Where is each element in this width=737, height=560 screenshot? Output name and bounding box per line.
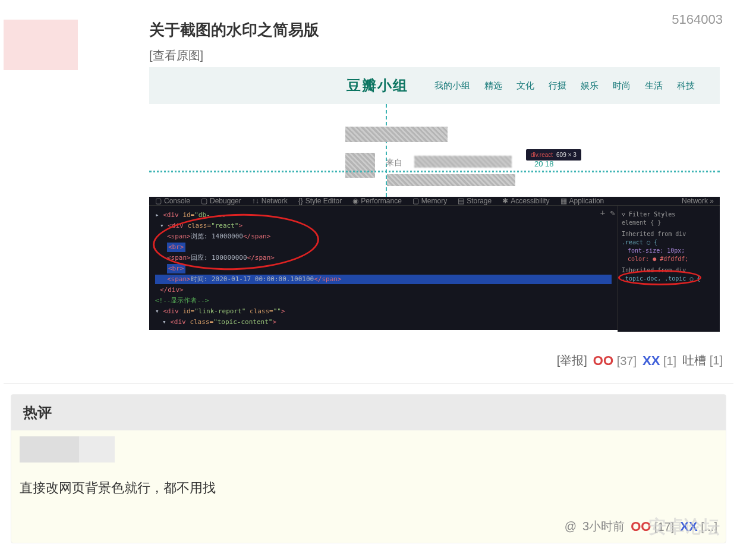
post-content: 关于截图的水印之简易版 [查看原图] 豆瓣小组 我的小组 精选 文化 行摄 娱乐… bbox=[149, 20, 737, 330]
upvote-button[interactable]: OO [17] bbox=[631, 519, 674, 534]
post-container: 5164003 关于截图的水印之简易版 [查看原图] 豆瓣小组 我的小组 精选 … bbox=[0, 0, 737, 543]
nav-item: 娱乐 bbox=[581, 80, 599, 92]
screenshot-middle: 来自 20 18 div.react bbox=[149, 104, 720, 197]
blurred-avatar bbox=[345, 153, 375, 178]
nav-item: 文化 bbox=[516, 80, 534, 92]
comment-button[interactable]: 吐槽 [1] bbox=[682, 353, 723, 369]
comment-text: 直接改网页背景色就行，都不用找 bbox=[20, 479, 717, 497]
screenshot-nav: 我的小组 精选 文化 行摄 娱乐 时尚 生活 科技 bbox=[434, 80, 695, 92]
comment-time: 3小时前 bbox=[582, 518, 625, 534]
inspector-tooltip: div.react bbox=[526, 149, 581, 161]
devtools-tabs: ▢ Console ▢ Debugger ↑↓ Network {} Style… bbox=[149, 197, 720, 206]
devtools-body: + ✎ ▸ <div id="db- ... ▾ <div class="rea… bbox=[149, 206, 720, 332]
blurred-username bbox=[414, 156, 512, 168]
nav-item: 科技 bbox=[677, 80, 695, 92]
avatar-block bbox=[20, 436, 79, 463]
commenter-avatar[interactable] bbox=[20, 436, 717, 463]
tab-style: {} Style Editor bbox=[298, 197, 342, 205]
upvote-button[interactable]: OO [37] bbox=[593, 353, 637, 369]
styles-panel: ▽ Filter Styles element { } Inherited fr… bbox=[618, 206, 720, 332]
tab-network: ↑↓ Network bbox=[252, 197, 288, 205]
downvote-button[interactable]: XX [...] bbox=[680, 519, 717, 534]
comment-meta: @ 3小时前 OO [17] XX [...] bbox=[20, 518, 717, 534]
post-id: 5164003 bbox=[672, 12, 723, 27]
blurred-content bbox=[387, 174, 515, 186]
tab-memory: ▢ Memory bbox=[412, 197, 447, 205]
hot-comments-header: 热评 bbox=[11, 395, 726, 430]
nav-item: 行摄 bbox=[549, 80, 566, 92]
attached-screenshot[interactable]: 豆瓣小组 我的小组 精选 文化 行摄 娱乐 时尚 生活 科技 来 bbox=[149, 67, 720, 330]
douban-logo: 豆瓣小组 bbox=[347, 76, 408, 95]
tab-network-more: Network » bbox=[682, 197, 714, 205]
tab-console: ▢ Console bbox=[155, 197, 190, 205]
date-label: 20 18 bbox=[534, 159, 554, 168]
name-block bbox=[79, 436, 115, 463]
post-actions: [举报] OO [37] XX [1] 吐槽 [1] bbox=[0, 330, 737, 383]
post-title: 关于截图的水印之简易版 bbox=[149, 20, 723, 40]
nav-item: 我的小组 bbox=[434, 80, 470, 92]
from-label: 来自 bbox=[386, 158, 402, 168]
tab-storage: ▤ Storage bbox=[458, 197, 492, 205]
html-tree: ▸ <div id="db- ... ▾ <div class="react">… bbox=[149, 206, 618, 332]
report-link[interactable]: [举报] bbox=[557, 353, 587, 369]
tab-app: ▦ Application bbox=[560, 197, 604, 205]
tab-debugger: ▢ Debugger bbox=[201, 197, 241, 205]
hot-comment-body: 直接改网页背景色就行，都不用找 @ 3小时前 OO [17] XX [...] … bbox=[11, 430, 726, 543]
nav-item: 时尚 bbox=[613, 80, 631, 92]
author-avatar[interactable] bbox=[4, 20, 78, 70]
divider bbox=[4, 383, 733, 383]
tab-a11y: ✱ Accessibility bbox=[502, 197, 549, 205]
tab-perf: ◉ Performance bbox=[352, 197, 402, 205]
post-header: 关于截图的水印之简易版 [查看原图] 豆瓣小组 我的小组 精选 文化 行摄 娱乐… bbox=[0, 0, 737, 330]
nav-item: 生活 bbox=[645, 80, 663, 92]
nav-item: 精选 bbox=[484, 80, 502, 92]
view-original-link[interactable]: [查看原图] bbox=[149, 48, 723, 64]
blurred-content bbox=[345, 127, 448, 142]
screenshot-header: 豆瓣小组 我的小组 精选 文化 行摄 娱乐 时尚 生活 科技 bbox=[149, 67, 720, 104]
hot-comments-section: 热评 直接改网页背景色就行，都不用找 @ 3小时前 OO [17] XX [..… bbox=[11, 394, 726, 543]
downvote-button[interactable]: XX [1] bbox=[642, 353, 676, 369]
at-symbol: @ bbox=[565, 520, 577, 533]
devtools-panel: ▢ Console ▢ Debugger ↑↓ Network {} Style… bbox=[149, 197, 720, 330]
